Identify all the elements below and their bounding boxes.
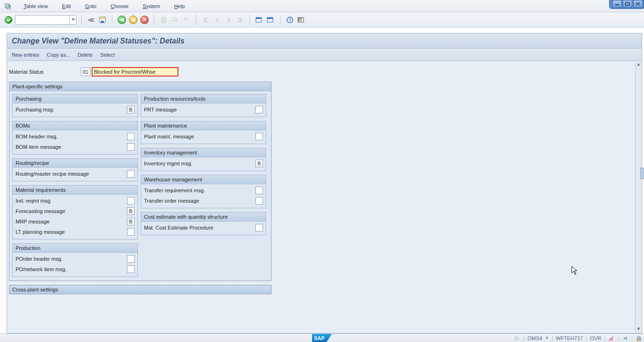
svg-rect-7 xyxy=(162,17,165,19)
material-status-code[interactable]: 01 xyxy=(81,68,90,76)
shortcut-button[interactable] xyxy=(266,15,275,25)
material-status-desc[interactable]: Blocked for Procmnt/Whse xyxy=(92,68,178,76)
field-input[interactable] xyxy=(255,133,263,140)
field-input[interactable] xyxy=(127,143,135,151)
menu-table-view[interactable]: Table view xyxy=(20,1,51,11)
mouse-cursor-icon xyxy=(571,266,578,277)
maximize-button[interactable] xyxy=(623,0,632,8)
svg-point-9 xyxy=(173,17,177,21)
group-header-purchasing: Purchasing xyxy=(13,94,137,103)
menu-goto[interactable]: Goto xyxy=(81,1,100,11)
scroll-up-icon[interactable]: ▲ xyxy=(636,62,641,68)
copy-as-button[interactable]: Copy as... xyxy=(47,52,70,58)
pane-resize-handle[interactable] xyxy=(640,168,644,179)
cancel-red-button[interactable]: ✕ xyxy=(140,15,149,25)
field-label: Inventory mgmt msg. xyxy=(144,161,255,166)
field-input[interactable]: B xyxy=(127,106,135,113)
group-production: ProductionPOrder header msg.PO/network i… xyxy=(12,243,138,277)
status-system: WFTEH717 xyxy=(556,335,583,341)
field-input[interactable] xyxy=(127,170,135,178)
group-header-im: Inventory management xyxy=(141,148,266,157)
group-routing: Routing/recipeRouting/master recipe mess… xyxy=(12,158,138,181)
back-button[interactable]: ≪ xyxy=(86,15,96,25)
field-input[interactable] xyxy=(127,255,135,263)
print-button[interactable] xyxy=(159,15,169,25)
layout-settings-button[interactable] xyxy=(297,15,306,25)
field-label: Plant maint. message xyxy=(144,134,255,139)
last-page-button[interactable] xyxy=(235,15,245,25)
window-controls xyxy=(609,0,644,9)
field-input[interactable] xyxy=(255,187,263,194)
first-page-button[interactable] xyxy=(201,15,211,25)
field-input[interactable] xyxy=(255,106,263,113)
save-button[interactable] xyxy=(98,15,107,25)
new-entries-button[interactable]: New entries xyxy=(12,52,39,58)
close-button[interactable] xyxy=(633,0,643,8)
group-header-cost: Cost estimate with quantity structure xyxy=(141,213,266,222)
field-row: PRT message xyxy=(144,104,263,115)
svg-text:✶: ✶ xyxy=(260,17,263,21)
find-button[interactable] xyxy=(170,15,180,25)
status-signal-icon xyxy=(608,335,615,342)
svg-rect-23 xyxy=(300,18,302,19)
field-input[interactable] xyxy=(255,224,263,231)
exit-yellow-button[interactable]: ◀ xyxy=(128,15,138,25)
field-label: Routing/master recipe message xyxy=(16,171,127,177)
group-header-prt: Production resources/tools xyxy=(141,94,266,103)
field-label: Ind. reqmt msg. xyxy=(16,198,127,204)
status-insert-mode: OVR xyxy=(590,335,602,341)
field-row: Routing/master recipe message xyxy=(16,169,135,179)
svg-text:+: + xyxy=(187,17,189,19)
field-input[interactable] xyxy=(127,228,135,236)
menu-help[interactable]: Help xyxy=(170,1,189,11)
field-row: Forecasting messageB xyxy=(16,206,135,216)
field-input[interactable]: B xyxy=(255,160,263,167)
field-label: POrder header msg. xyxy=(16,256,127,262)
menu-system[interactable]: System xyxy=(139,1,164,11)
vertical-scrollbar[interactable]: ▲ ▼ xyxy=(635,62,642,333)
menu-choose[interactable]: Choose xyxy=(107,1,132,11)
scroll-down-icon[interactable]: ▼ xyxy=(636,326,641,333)
svg-rect-18 xyxy=(267,17,273,19)
next-page-button[interactable] xyxy=(224,15,233,25)
status-tcode-dropdown-icon[interactable]: ▼ xyxy=(545,336,549,340)
field-row: Ind. reqmt msg. xyxy=(16,196,135,206)
statusbar: SAP ▷ | OMS4 ▼ | WFTEH717 | OVR | | | xyxy=(0,333,644,342)
svg-rect-4 xyxy=(101,17,104,19)
menubar: Table view Edit Goto Choose System Help xyxy=(0,0,644,12)
field-row: LT planning message xyxy=(16,227,135,237)
svg-rect-25 xyxy=(300,20,302,21)
prev-page-button[interactable] xyxy=(212,15,222,25)
field-input[interactable]: B xyxy=(127,218,135,225)
field-label: PRT message xyxy=(144,107,255,112)
plant-specific-group: Plant-specific settings PurchasingPurcha… xyxy=(9,82,271,281)
chevron-down-icon[interactable] xyxy=(69,16,76,24)
cross-plant-group: Cross-plant settings xyxy=(9,285,271,294)
enter-button[interactable] xyxy=(5,16,12,24)
action-row: New entries Copy as... Delete Select xyxy=(7,49,642,61)
status-indent-icon xyxy=(622,335,628,342)
field-input[interactable]: B xyxy=(127,207,135,215)
field-input[interactable] xyxy=(127,133,135,140)
new-session-button[interactable]: ✶ xyxy=(254,15,264,25)
field-row: PO/network item msg. xyxy=(16,264,135,274)
select-button[interactable]: Select xyxy=(100,52,115,58)
field-row: Inventory mgmt msg.B xyxy=(144,158,263,169)
delete-button[interactable]: Delete xyxy=(78,52,93,58)
find-next-button[interactable]: + xyxy=(182,15,191,25)
transaction-code-input[interactable] xyxy=(15,15,76,25)
sap-logo: SAP xyxy=(312,334,332,342)
group-cost: Cost estimate with quantity structureMat… xyxy=(141,212,266,235)
field-label: Forecasting message xyxy=(16,208,127,214)
status-expand-icon[interactable]: ▷ xyxy=(514,335,520,342)
minimize-button[interactable] xyxy=(612,0,622,8)
field-input[interactable] xyxy=(127,197,135,205)
field-input[interactable] xyxy=(255,197,263,205)
field-input[interactable] xyxy=(127,265,135,273)
back-green-button[interactable]: ◀ xyxy=(117,15,127,25)
plant-specific-header: Plant-specific settings xyxy=(9,82,271,91)
field-row: Mat. Cost Estimate Procedure xyxy=(144,222,263,233)
help-button[interactable]: ? xyxy=(285,15,295,25)
svg-rect-24 xyxy=(298,20,300,21)
menu-edit[interactable]: Edit xyxy=(58,1,75,11)
